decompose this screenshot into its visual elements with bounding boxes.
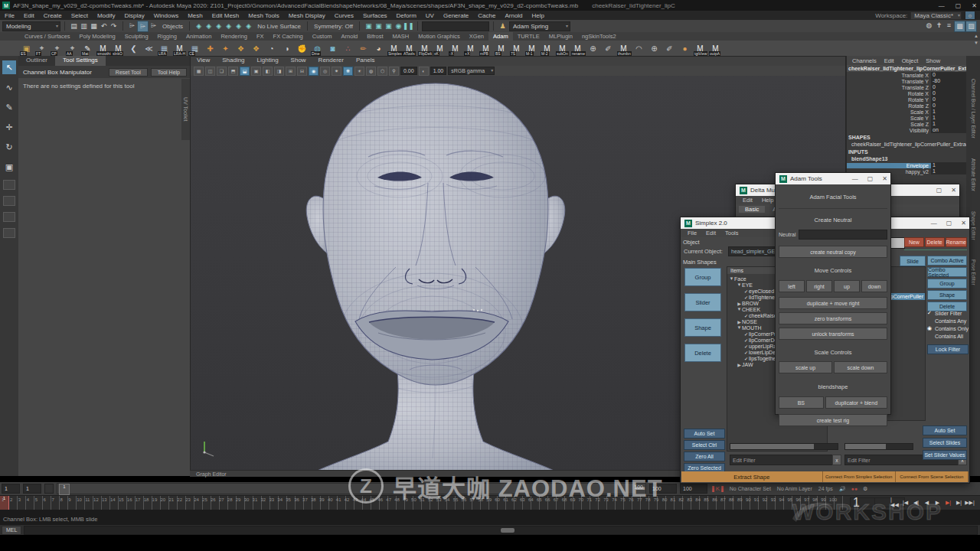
- lock-filter-button[interactable]: Lock Filter: [927, 344, 969, 354]
- simplex-auto-set-button[interactable]: Auto Set: [923, 425, 967, 435]
- adam-scale-up-button[interactable]: scale up: [779, 361, 832, 373]
- rotate-tool-icon[interactable]: ↻: [2, 140, 16, 154]
- channel-value[interactable]: 1: [931, 109, 966, 115]
- new-scene-icon[interactable]: ▤: [69, 21, 79, 31]
- shelf-item-thumbn[interactable]: Mthumbn: [617, 42, 630, 55]
- viewport-tool-icon-11[interactable]: ◎: [320, 67, 330, 76]
- channel-row-scale-z[interactable]: Scale Z1: [847, 121, 966, 127]
- ipr-render-icon[interactable]: ▣: [374, 21, 384, 31]
- simplex-menu-file[interactable]: File: [684, 230, 701, 236]
- channel-value[interactable]: 0: [931, 96, 966, 103]
- shelf-tab-animation[interactable]: Animation: [181, 32, 216, 41]
- shape-node-name[interactable]: cheekRaiser_lidTightener_lipCornerPuller…: [847, 141, 966, 148]
- viewport-tool-icon-9[interactable]: ⊟: [297, 67, 307, 76]
- menu-display[interactable]: Display: [120, 12, 149, 19]
- adam-move-up-button[interactable]: up: [834, 280, 860, 292]
- current-frame-marker[interactable]: 1: [59, 484, 70, 495]
- simplex-menu-edit[interactable]: Edit: [702, 230, 720, 236]
- window-maximize-icon[interactable]: ▢: [946, 220, 952, 227]
- adam-duplicator-blend-button[interactable]: duplicator + blend: [825, 396, 887, 409]
- shelf-item-icon-15[interactable]: ❖: [250, 42, 263, 55]
- filter-option-slider-filter[interactable]: ✓Slider Filter: [924, 309, 969, 317]
- auto-keyframe-icon[interactable]: ❚K❚: [710, 485, 725, 492]
- select-tool-icon[interactable]: ↖: [2, 60, 16, 74]
- shelf-item-icon-7[interactable]: ❮: [127, 42, 140, 55]
- shelf-item-tgtView[interactable]: MtgtView: [694, 42, 707, 55]
- neutral-field[interactable]: [799, 230, 887, 240]
- dock-tab-shape-editor[interactable]: Shape Editor: [971, 211, 976, 240]
- viewport-tool-icon-2[interactable]: ❏: [217, 67, 227, 76]
- clear-filter-button[interactable]: x: [832, 455, 841, 465]
- adam-move-right-button[interactable]: right: [806, 280, 832, 292]
- menu-mesh-display[interactable]: Mesh Display: [284, 12, 330, 19]
- record-icon[interactable]: ●●: [851, 486, 858, 491]
- shelf-item-slnkO[interactable]: MslnkO: [112, 42, 125, 55]
- simplex-delete-button[interactable]: Delete: [684, 344, 721, 362]
- menu-file[interactable]: File: [0, 12, 19, 19]
- channel-row-translate-z[interactable]: Translate Z0: [847, 84, 966, 90]
- current-time-field-2[interactable]: 1: [23, 484, 41, 494]
- open-scene-icon[interactable]: ▥: [79, 21, 89, 31]
- viewport-tool-icon-8[interactable]: ⊞: [286, 67, 296, 76]
- time-slider-lock-icon[interactable]: [44, 484, 54, 494]
- expand-arrow-icon[interactable]: ▼: [737, 325, 742, 330]
- adam-tools-window[interactable]: M Adam Tools — ▢ ✕ Adam Facial Tools Cre…: [775, 172, 891, 415]
- quick-layout-button-4[interactable]: [3, 228, 15, 238]
- shelf-tab-fx[interactable]: FX: [252, 32, 269, 41]
- workspace-settings-icon[interactable]: ⚙: [965, 11, 975, 20]
- simplex-group-button[interactable]: Group: [684, 268, 721, 286]
- shelf-tab-ngskintools2[interactable]: ngSkinTools2: [577, 32, 621, 41]
- menu-mesh[interactable]: Mesh: [183, 12, 207, 19]
- channel-value[interactable]: 0: [931, 84, 966, 90]
- minimize-button[interactable]: —: [939, 2, 945, 9]
- menu-curves[interactable]: Curves: [330, 12, 358, 19]
- shelf-tab-rigging[interactable]: Rigging: [153, 32, 181, 41]
- create-neutral-copy-button[interactable]: create neutral copy: [779, 246, 887, 258]
- select-hierarchy-icon[interactable]: ⌲: [127, 21, 137, 31]
- menu-select[interactable]: Select: [67, 12, 93, 19]
- list-icon[interactable]: ≡: [944, 21, 954, 31]
- gamma-field[interactable]: 1.00: [430, 67, 447, 75]
- channel-row-scale-x[interactable]: Scale X1: [847, 109, 966, 115]
- viewport-menu-shading[interactable]: Shading: [216, 57, 250, 66]
- shelf-item-xK[interactable]: MxK: [433, 42, 446, 55]
- slider-column-button[interactable]: Slide: [900, 256, 926, 266]
- simplex-zero-all-button[interactable]: Zero All: [684, 452, 725, 461]
- simplex-select-ctrl-button[interactable]: Select Ctrl: [684, 440, 725, 450]
- tab-tool-settings[interactable]: Tool Settings: [55, 56, 106, 66]
- select-object-icon[interactable]: ⌲: [137, 21, 149, 32]
- dock-tab-attribute-editor[interactable]: Attribute Editor: [971, 158, 976, 191]
- shelf-item-icon-38[interactable]: ✐: [602, 42, 615, 55]
- shelf-tab-sculpting[interactable]: Sculpting: [120, 32, 153, 41]
- modeling-toolkit-icon[interactable]: ▩: [954, 21, 965, 32]
- shelf-item-rename[interactable]: Mrename: [571, 42, 584, 55]
- channel-row-rotate-y[interactable]: Rotate Y0: [847, 96, 966, 103]
- shelf-item-Simplex[interactable]: MSimplex: [387, 42, 400, 55]
- viewport-menu-lighting[interactable]: Lighting: [251, 57, 285, 66]
- slider-filter-field[interactable]: Edit Filter: [730, 455, 835, 465]
- shelf-item-icon-41[interactable]: ⊕: [648, 42, 661, 55]
- shelf-tab-xgen[interactable]: XGen: [465, 32, 488, 41]
- simplex-extract-shape-button[interactable]: Extract Shape: [681, 471, 823, 482]
- channel-value[interactable]: 1: [931, 162, 966, 168]
- viewport-tool-icon-16[interactable]: ⬡: [377, 67, 387, 76]
- command-language-button[interactable]: MEL: [2, 526, 21, 535]
- viewport-tool-icon-13[interactable]: ❋: [343, 67, 353, 76]
- window-maximize-icon[interactable]: ▢: [867, 175, 874, 182]
- simplex-shape-button[interactable]: Shape: [684, 318, 721, 337]
- adam-bs-button[interactable]: BS: [779, 396, 824, 409]
- channel-value[interactable]: 0: [931, 72, 966, 78]
- viewport-tool-icon-14[interactable]: ☀: [354, 67, 364, 76]
- shelf-item-icon-18[interactable]: ✊: [296, 42, 309, 55]
- select-component-icon[interactable]: ⌲: [149, 21, 158, 31]
- paint-select-tool-icon[interactable]: ✎: [2, 100, 16, 114]
- channel-box-menu-edit[interactable]: Edit: [881, 57, 897, 64]
- shelf-item-icon-40[interactable]: ◠: [632, 42, 645, 55]
- shelf-item-LRA[interactable]: ▦LRA: [158, 42, 171, 55]
- field-entry-input[interactable]: [422, 21, 489, 31]
- pause-icon[interactable]: ❚❚: [403, 21, 413, 31]
- channel-value[interactable]: 0: [931, 90, 966, 96]
- play-forwards-button[interactable]: ▶: [933, 497, 942, 507]
- step-forward-key-button[interactable]: ▶|: [944, 497, 952, 507]
- tool-help-button[interactable]: Tool Help: [151, 68, 187, 77]
